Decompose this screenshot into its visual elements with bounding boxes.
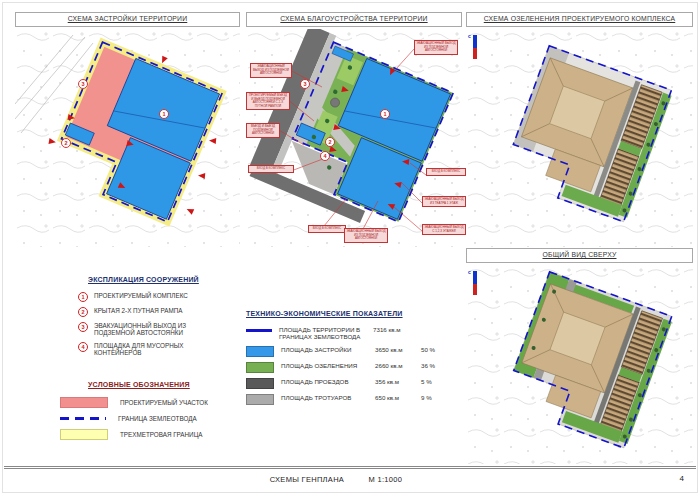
tech-row: ПЛОЩАДЬ ЗАСТРОЙКИ 3650 кв.м 50 % xyxy=(246,346,461,357)
tech-row-value: 650 кв.м xyxy=(375,394,421,401)
callout-parking-entry: ВЪЕЗД И ВЫЕЗД ПОДЗЕМНОЙ АВТОСТОЯНКИ xyxy=(246,123,280,138)
svg-text:1: 1 xyxy=(383,111,386,117)
panel-greening-scheme: СХЕМА ОЗЕЛЕНЕНИЯ ПРОЕКТИРУЕМОГО КОМПЛЕКС… xyxy=(466,12,693,247)
explication-item: 2 КРЫТАЯ 2-Х ПУТНАЯ РАМПА xyxy=(78,307,256,317)
landscaping-map: 1 3 2 4 xyxy=(246,29,462,247)
legend-item: ТРЕХМЕТРОВАЯ ГРАНИЦА xyxy=(60,429,255,440)
tech-row-pct: 9 % xyxy=(421,394,449,401)
tech-row-pct: 50 % xyxy=(421,346,449,353)
title-block-footer: СХЕМЫ ГЕНПЛАНА М 1:1000 4 xyxy=(4,466,696,495)
tech-row-label: ПЛОЩАДЬ ПРОЕЗДОВ xyxy=(281,378,375,385)
tech-indicators-heading: ТЕХНИКО-ЭКОНОМИЧЕСКИЕ ПОКАЗАТЕЛИ xyxy=(246,310,461,317)
panel-top-view: ОБЩИЙ ВИД СВЕРХУ xyxy=(466,248,693,464)
callout-ramp-entry: ПРОЕКТИРУЕМЫЙ ВЪЕЗД И ВЫЕЗД ПОДЗЕМНОЙ АВ… xyxy=(246,92,290,110)
tech-row: ПЛОЩАДЬ ОЗЕЛЕНЕНИЯ 2660 кв.м 36 % xyxy=(246,362,461,373)
svg-text:3: 3 xyxy=(81,81,84,87)
legend-item: ГРАНИЦА ЗЕМЛЕОТВОДА xyxy=(60,415,255,422)
svg-text:3: 3 xyxy=(303,81,306,87)
tech-row-label: ПЛОЩАДЬ ОЗЕЛЕНЕНИЯ xyxy=(281,362,375,369)
tech-row-label: ПЛОЩАДЬ ТРОТУАРОВ xyxy=(281,394,375,401)
marker-circle-4: 4 xyxy=(321,152,330,161)
explication-item-label: ЭВАКУАЦИОННЫЙ ВЫХОД ИЗ ПОДЗЕМНОЙ АВТОСТО… xyxy=(94,322,214,337)
callout-evacuation-exit: ЭВАКУАЦИОННЫЙ ВЫХОД ИЗ ПОДЗЕМНОЙ АВТОСТО… xyxy=(250,63,292,78)
panel-title: СХЕМА БЛАГОУСТРОЙСТВА ТЕРРИТОРИИ xyxy=(246,12,462,27)
legend-swatch-three-meter-border xyxy=(60,429,108,440)
swatch-driveways-area xyxy=(246,378,274,389)
panel-title: СХЕМА ОЗЕЛЕНЕНИЯ ПРОЕКТИРУЕМОГО КОМПЛЕКС… xyxy=(466,12,693,27)
development-map: 1 2 3 xyxy=(15,29,240,247)
callout-floors-exit: ЭВАКУАЦИОННЫЙ ВЫХОД С 1,2,3 ЭТАЖЕЙ xyxy=(422,224,466,235)
legend-item-label: ТРЕХМЕТРОВАЯ ГРАНИЦА xyxy=(120,431,203,438)
callout-complex-entrance: ВХОД В КОМПЛЕКС xyxy=(248,165,294,173)
swatch-territory-line xyxy=(246,329,272,332)
tech-row-label: ПЛОЩАДЬ ЗАСТРОЙКИ xyxy=(281,346,375,353)
tech-row-pct: 5 % xyxy=(421,378,449,385)
explication-item: 3 ЭВАКУАЦИОННЫЙ ВЫХОД ИЗ ПОДЗЕМНОЙ АВТОС… xyxy=(78,322,256,337)
sheet-title-row: СХЕМЫ ГЕНПЛАНА М 1:1000 xyxy=(0,475,682,484)
item-number-badge: 3 xyxy=(78,322,88,332)
legend-item-label: ПРОЕКТИРУЕМЫЙ УЧАСТОК xyxy=(120,399,208,406)
tech-indicators-section: ТЕХНИКО-ЭКОНОМИЧЕСКИЕ ПОКАЗАТЕЛИ ПЛОЩАДЬ… xyxy=(246,310,461,410)
legend-heading: УСЛОВНЫЕ ОБОЗНАЧЕНИЯ xyxy=(88,381,255,388)
marker-circle-1: 1 xyxy=(160,110,169,119)
callout-complex-entrance-bottom: ВХОД В КОМПЛЕКС xyxy=(308,225,346,233)
swatch-green-area xyxy=(246,362,274,373)
svg-text:1: 1 xyxy=(162,111,165,117)
legend-item-label: ГРАНИЦА ЗЕМЛЕОТВОДА xyxy=(118,415,197,422)
legend-section: УСЛОВНЫЕ ОБОЗНАЧЕНИЯ ПРОЕКТИРУЕМЫЙ УЧАСТ… xyxy=(60,381,255,447)
marker-circle-2: 2 xyxy=(62,139,71,148)
tech-row-value: 356 кв.м xyxy=(375,378,421,385)
explication-heading: ЭКСПЛИКАЦИЯ СООРУЖЕНИЙ xyxy=(88,276,256,283)
svg-text:с: с xyxy=(468,33,471,39)
panel-development-scheme: СХЕМА ЗАСТРОЙКИ ТЕРРИТОРИИ xyxy=(15,12,240,247)
marker-circle-2: 2 xyxy=(326,138,335,147)
callout-evacuation-bottom: ЭВАКУАЦИОННЫЙ ВЫХОД ИЗ ПОДЗЕМНОЙ АВТОСТО… xyxy=(344,228,388,243)
sheet-title: СХЕМЫ ГЕНПЛАНА xyxy=(270,475,344,484)
legend-swatch-project-site xyxy=(60,397,108,408)
panel-title: ОБЩИЙ ВИД СВЕРХУ xyxy=(466,248,693,263)
explication-item-label: ПРОЕКТИРУЕМЫЙ КОМПЛЕКС xyxy=(94,292,214,299)
tech-row: ПЛОЩАДЬ ТРОТУАРОВ 650 кв.м 9 % xyxy=(246,394,461,405)
panel-title: СХЕМА ЗАСТРОЙКИ ТЕРРИТОРИИ xyxy=(15,12,240,27)
svg-text:с: с xyxy=(468,269,471,275)
explication-item-label: ПЛОЩАДКА ДЛЯ МУСОРНЫХ КОНТЕЙНЕРОВ xyxy=(94,342,214,357)
tech-row: ПЛОЩАДЬ ПРОЕЗДОВ 356 кв.м 5 % xyxy=(246,378,461,389)
tech-row-label: ПЛОЩАДЬ ТЕРРИТОРИИ В ГРАНИЦАХ ЗЕМЛЕОТВОД… xyxy=(279,326,373,341)
explication-item-label: КРЫТАЯ 2-Х ПУТНАЯ РАМПА xyxy=(94,307,214,314)
item-number-badge: 4 xyxy=(78,342,88,352)
marker-circle-3: 3 xyxy=(301,80,310,89)
explication-item: 4 ПЛОЩАДКА ДЛЯ МУСОРНЫХ КОНТЕЙНЕРОВ xyxy=(78,342,256,357)
page-number: 4 xyxy=(680,474,684,483)
swatch-built-area xyxy=(246,346,274,357)
marker-circle-1: 1 xyxy=(381,110,390,119)
marker-circle-3: 3 xyxy=(79,80,88,89)
tech-row: ПЛОЩАДЬ ТЕРРИТОРИИ В ГРАНИЦАХ ЗЕМЛЕОТВОД… xyxy=(246,326,461,341)
explication-item: 1 ПРОЕКТИРУЕМЫЙ КОМПЛЕКС xyxy=(78,292,256,302)
callout-evacuation-top: ЭВАКУАЦИОННЫЙ ВЫХОД ИЗ ПОДЗЕМНОЙ АВТОСТО… xyxy=(414,40,458,55)
top-view-map: с xyxy=(466,265,693,464)
greening-map: с xyxy=(466,29,693,247)
svg-text:2: 2 xyxy=(64,140,67,146)
panel-landscaping-scheme: СХЕМА БЛАГОУСТРОЙСТВА ТЕРРИТОРИИ xyxy=(246,12,462,247)
legend-item: ПРОЕКТИРУЕМЫЙ УЧАСТОК xyxy=(60,397,255,408)
tech-row-value: 3650 кв.м xyxy=(375,346,421,353)
svg-text:2: 2 xyxy=(328,139,331,145)
callout-complex-entrance-right: ВХОД В КОМПЛЕКС xyxy=(426,168,466,176)
item-number-badge: 2 xyxy=(78,307,88,317)
sheet-scale: М 1:1000 xyxy=(369,475,403,484)
legend-swatch-land-boundary xyxy=(60,417,106,420)
tech-row-pct: 36 % xyxy=(421,362,449,369)
explication-section: ЭКСПЛИКАЦИЯ СООРУЖЕНИЙ 1 ПРОЕКТИРУЕМЫЙ К… xyxy=(78,276,256,362)
tech-row-value: 2660 кв.м xyxy=(375,362,421,369)
callout-theatre-exit: ЭВАКУАЦИОННЫЙ ВЫХОД ИЗ ТЕАТРА 1 ЭТАЖ xyxy=(422,196,466,207)
item-number-badge: 1 xyxy=(78,292,88,302)
swatch-sidewalks-area xyxy=(246,394,274,405)
tech-row-value: 7316 кв.м xyxy=(373,326,419,333)
